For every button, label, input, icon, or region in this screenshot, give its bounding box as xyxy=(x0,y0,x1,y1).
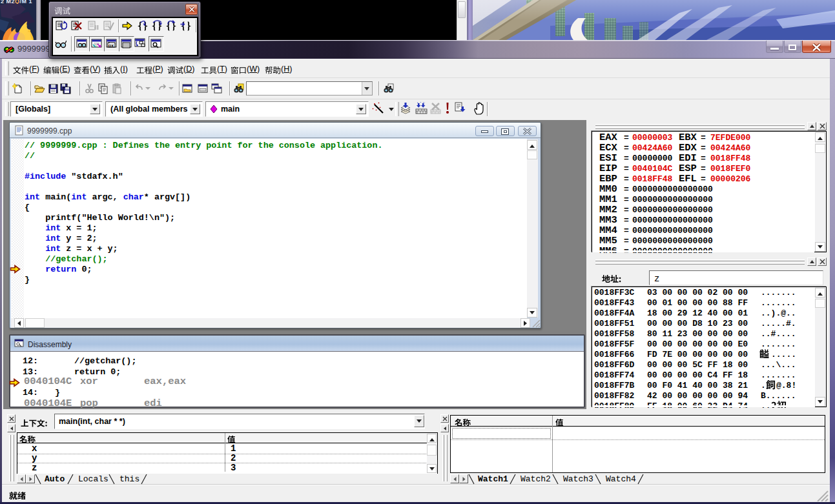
svg-text:ox: ox xyxy=(108,43,114,48)
